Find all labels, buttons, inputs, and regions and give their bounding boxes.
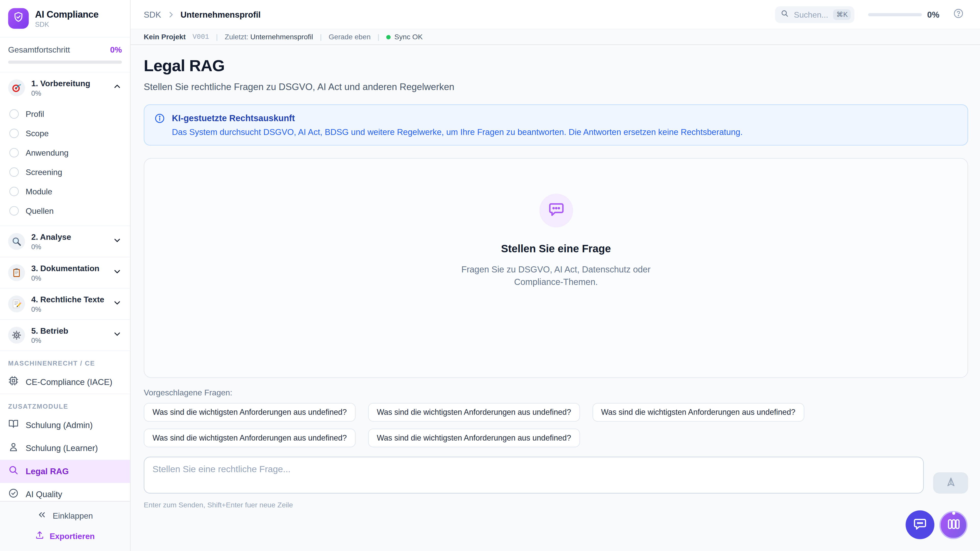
sidebar-item-module[interactable]: Module: [0, 182, 130, 201]
overall-progress-bar: [8, 61, 122, 64]
suggestions-label: Vorgeschlagene Fragen:: [144, 388, 968, 397]
sidebar-section-betrieb[interactable]: 5. Betrieb 0%: [0, 320, 130, 351]
section-label: 3. Dokumentation: [31, 264, 106, 273]
page-subtitle: Stellen Sie rechtliche Fragen zu DSGVO, …: [144, 81, 968, 92]
section-label: 2. Analyse: [31, 232, 106, 242]
suggestion-chip[interactable]: Was sind die wichtigsten Anforderungen a…: [592, 403, 804, 422]
sidebar-header: AI Compliance SDK: [0, 0, 130, 38]
info-banner: KI-gestuetzte Rechtsauskunft Das System …: [144, 104, 968, 146]
send-button[interactable]: [933, 472, 968, 493]
breadcrumb-root[interactable]: SDK: [144, 10, 161, 19]
sidebar-section-analyse[interactable]: 2. Analyse 0%: [0, 226, 130, 257]
message-bubble-icon: [547, 201, 564, 220]
columns-icon: [947, 517, 960, 533]
topbar: SDK Unternehmensprofil Suchen... ⌘K: [130, 0, 980, 29]
info-icon: [154, 113, 165, 137]
chevron-down-icon: [113, 267, 122, 279]
chat-empty-title: Stellen Sie eine Frage: [501, 243, 611, 256]
magnifier-icon: [8, 233, 25, 250]
status-bar: Kein Projekt V001 | Zuletzt: Unternehmen…: [130, 29, 980, 45]
sidebar-item-ce-compliance[interactable]: CE-Compliance (IACE): [0, 370, 130, 394]
section-label: 5. Betrieb: [31, 326, 106, 335]
suggestion-chip[interactable]: Was sind die wichtigsten Anforderungen a…: [368, 429, 580, 447]
sidebar-item-scope[interactable]: Scope: [0, 124, 130, 143]
section-progress: 0%: [31, 274, 106, 282]
radio-circle-icon: [10, 129, 19, 138]
collapse-sidebar-button[interactable]: Einklappen: [37, 510, 93, 522]
clipboard-icon: [8, 264, 25, 281]
user-icon: [8, 441, 19, 454]
suggestion-chip[interactable]: Was sind die wichtigsten Anforderungen a…: [368, 403, 580, 422]
sync-ok-dot: [386, 35, 390, 39]
header-progress-bar: [869, 13, 922, 16]
version-badge: V001: [192, 33, 209, 41]
chevron-down-icon: [113, 329, 122, 341]
cpu-chip-icon: [8, 375, 19, 389]
message-bubble-icon: [913, 516, 928, 533]
info-banner-body: Das System durchsucht DSGVO, AI Act, BDS…: [172, 127, 742, 137]
group-label-maschinenrecht: MASCHINENRECHT / CE: [0, 351, 130, 370]
radio-circle-icon: [10, 206, 19, 216]
suggestion-chips: Was sind die wichtigsten Anforderungen a…: [144, 403, 919, 448]
project-name: Kein Projekt: [144, 33, 186, 41]
chat-panel: Stellen Sie eine Frage Fragen Sie zu DSG…: [144, 158, 968, 378]
overall-progress-value: 0%: [110, 45, 122, 54]
gear-icon: [8, 327, 25, 344]
section-label: 4. Rechtliche Texte: [31, 295, 106, 304]
chat-empty-body: Fragen Sie zu DSGVO, AI Act, Datenschutz…: [453, 263, 659, 288]
group-label-zusatzmodule: ZUSATZMODULE: [0, 394, 130, 413]
columns-fab-button[interactable]: [939, 511, 967, 539]
sidebar-footer: Einklappen Exportieren: [0, 501, 130, 551]
info-banner-title: KI-gestuetzte Rechtsauskunft: [172, 113, 742, 123]
sidebar: AI Compliance SDK Gesamtfortschritt 0%: [0, 0, 130, 551]
search-placeholder: Suchen...: [794, 10, 829, 19]
export-button[interactable]: Exportieren: [35, 530, 95, 541]
notification-dot: [952, 511, 955, 514]
section-progress: 0%: [31, 337, 106, 344]
chevron-down-icon: [113, 298, 122, 310]
target-icon: [8, 79, 25, 96]
breadcrumb-current: Unternehmensprofil: [180, 10, 261, 19]
app-window: AI Compliance SDK Gesamtfortschritt 0%: [0, 0, 980, 551]
sidebar-item-legal-rag[interactable]: Legal RAG: [0, 460, 130, 483]
chat-fab-button[interactable]: [906, 510, 935, 539]
memo-icon: [8, 295, 25, 312]
sidebar-item-ai-quality[interactable]: AI Quality: [0, 483, 130, 501]
radio-circle-icon: [10, 148, 19, 157]
help-icon[interactable]: [953, 8, 964, 21]
app-title: AI Compliance: [35, 9, 99, 19]
last-saved-time: Gerade eben: [329, 33, 371, 41]
search-icon: [8, 465, 19, 478]
sidebar-item-profil[interactable]: Profil: [0, 104, 130, 124]
radio-circle-icon: [10, 110, 19, 119]
overall-progress-label: Gesamtfortschritt: [8, 45, 70, 54]
chevron-right-icon: [167, 10, 175, 18]
sidebar-item-schulung-learner[interactable]: Schulung (Learner): [0, 437, 130, 460]
section-progress: 0%: [31, 243, 106, 251]
question-input[interactable]: [144, 457, 924, 493]
search-icon: [781, 10, 789, 19]
page-content: Legal RAG Stellen Sie rechtliche Fragen …: [130, 45, 980, 551]
sidebar-item-quellen[interactable]: Quellen: [0, 201, 130, 221]
section-label: 1. Vorbereitung: [31, 79, 106, 88]
chevron-up-icon: [113, 82, 122, 94]
radio-circle-icon: [10, 187, 19, 196]
sidebar-section-rechtliche-texte[interactable]: 4. Rechtliche Texte 0%: [0, 289, 130, 319]
suggestion-chip[interactable]: Was sind die wichtigsten Anforderungen a…: [144, 403, 355, 422]
global-search-button[interactable]: Suchen... ⌘K: [775, 6, 855, 23]
app-subtitle: SDK: [35, 21, 99, 28]
last-label: Zuletzt:: [224, 33, 248, 41]
suggestion-chip[interactable]: Was sind die wichtigsten Anforderungen a…: [144, 429, 355, 447]
chevrons-left-icon: [37, 510, 47, 522]
book-open-icon: [8, 419, 19, 432]
sidebar-item-screening[interactable]: Screening: [0, 162, 130, 182]
section-progress: 0%: [31, 306, 106, 313]
sidebar-item-anwendung[interactable]: Anwendung: [0, 143, 130, 162]
sidebar-section-dokumentation[interactable]: 3. Dokumentation 0%: [0, 257, 130, 288]
main-area: SDK Unternehmensprofil Suchen... ⌘K: [130, 0, 980, 551]
shield-check-icon: [13, 11, 24, 25]
radio-circle-icon: [10, 167, 19, 177]
last-value: Unternehmensprofil: [250, 33, 313, 41]
sidebar-item-schulung-admin[interactable]: Schulung (Admin): [0, 413, 130, 437]
sidebar-section-vorbereitung[interactable]: 1. Vorbereitung 0%: [0, 73, 130, 103]
